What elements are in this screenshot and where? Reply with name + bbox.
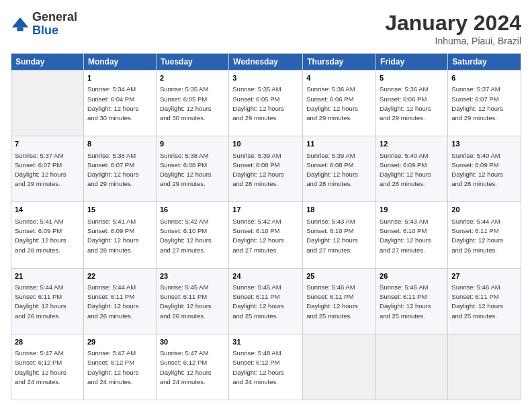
day-number: 16 <box>160 205 225 215</box>
col-header-thursday: Thursday <box>303 54 376 71</box>
calendar-cell: 24Sunrise: 5:45 AM Sunset: 6:11 PM Dayli… <box>229 268 303 334</box>
col-header-tuesday: Tuesday <box>156 54 228 71</box>
day-number: 29 <box>87 337 152 347</box>
day-info: Sunrise: 5:40 AM Sunset: 6:09 PM Dayligh… <box>451 151 517 189</box>
day-number: 25 <box>306 271 372 281</box>
calendar-cell: 19Sunrise: 5:43 AM Sunset: 6:10 PM Dayli… <box>376 202 448 268</box>
day-number: 30 <box>160 337 225 347</box>
day-info: Sunrise: 5:44 AM Sunset: 6:11 PM Dayligh… <box>15 283 80 321</box>
calendar-cell <box>303 334 376 400</box>
day-info: Sunrise: 5:36 AM Sunset: 6:06 PM Dayligh… <box>380 85 444 123</box>
day-number: 14 <box>15 205 80 215</box>
calendar-cell: 30Sunrise: 5:47 AM Sunset: 6:12 PM Dayli… <box>156 334 228 400</box>
calendar-cell: 4Sunrise: 5:36 AM Sunset: 6:06 PM Daylig… <box>303 71 376 136</box>
day-number: 15 <box>87 205 152 215</box>
calendar-cell: 18Sunrise: 5:43 AM Sunset: 6:10 PM Dayli… <box>303 202 376 268</box>
day-number: 21 <box>15 271 80 281</box>
day-info: Sunrise: 5:39 AM Sunset: 6:08 PM Dayligh… <box>306 151 372 189</box>
day-number: 12 <box>380 139 444 149</box>
day-number: 22 <box>87 271 152 281</box>
day-info: Sunrise: 5:42 AM Sunset: 6:10 PM Dayligh… <box>232 217 299 255</box>
col-header-friday: Friday <box>376 54 448 71</box>
day-info: Sunrise: 5:38 AM Sunset: 6:07 PM Dayligh… <box>87 151 152 189</box>
calendar-cell: 13Sunrise: 5:40 AM Sunset: 6:09 PM Dayli… <box>448 136 521 202</box>
col-header-sunday: Sunday <box>11 54 84 71</box>
title-area: January 2024 Inhuma, Piaui, Brazil <box>385 11 521 46</box>
day-number: 10 <box>232 139 299 149</box>
day-number: 20 <box>451 205 517 215</box>
calendar-cell: 29Sunrise: 5:47 AM Sunset: 6:12 PM Dayli… <box>83 334 156 400</box>
day-info: Sunrise: 5:37 AM Sunset: 6:07 PM Dayligh… <box>15 151 80 189</box>
logo-text: General Blue <box>32 11 77 38</box>
logo: General Blue <box>11 11 77 38</box>
day-info: Sunrise: 5:40 AM Sunset: 6:09 PM Dayligh… <box>380 151 444 189</box>
col-header-saturday: Saturday <box>448 54 521 71</box>
logo-general: General <box>32 11 77 24</box>
calendar-cell <box>376 334 448 400</box>
day-info: Sunrise: 5:36 AM Sunset: 6:06 PM Dayligh… <box>306 85 372 123</box>
day-number: 2 <box>160 73 225 83</box>
day-number: 1 <box>87 73 152 83</box>
calendar-cell: 20Sunrise: 5:44 AM Sunset: 6:11 PM Dayli… <box>448 202 521 268</box>
day-number: 19 <box>380 205 444 215</box>
calendar-cell: 5Sunrise: 5:36 AM Sunset: 6:06 PM Daylig… <box>376 71 448 136</box>
day-number: 7 <box>15 139 80 149</box>
day-info: Sunrise: 5:44 AM Sunset: 6:11 PM Dayligh… <box>87 283 152 321</box>
calendar-cell: 2Sunrise: 5:35 AM Sunset: 6:05 PM Daylig… <box>156 71 228 136</box>
subtitle: Inhuma, Piaui, Brazil <box>385 36 521 46</box>
day-info: Sunrise: 5:41 AM Sunset: 6:09 PM Dayligh… <box>87 217 152 255</box>
day-info: Sunrise: 5:48 AM Sunset: 6:12 PM Dayligh… <box>232 349 299 387</box>
day-info: Sunrise: 5:41 AM Sunset: 6:09 PM Dayligh… <box>15 217 80 255</box>
day-number: 26 <box>380 271 444 281</box>
calendar-cell: 3Sunrise: 5:35 AM Sunset: 6:05 PM Daylig… <box>229 71 303 136</box>
calendar: SundayMondayTuesdayWednesdayThursdayFrid… <box>11 53 521 400</box>
page: General Blue January 2024 Inhuma, Piaui,… <box>0 0 532 411</box>
day-number: 3 <box>232 73 299 83</box>
svg-rect-1 <box>17 27 23 31</box>
day-info: Sunrise: 5:35 AM Sunset: 6:05 PM Dayligh… <box>232 85 299 123</box>
logo-blue: Blue <box>32 24 77 38</box>
day-number: 27 <box>451 271 517 281</box>
day-number: 8 <box>87 139 152 149</box>
calendar-cell: 14Sunrise: 5:41 AM Sunset: 6:09 PM Dayli… <box>11 202 84 268</box>
calendar-cell: 12Sunrise: 5:40 AM Sunset: 6:09 PM Dayli… <box>376 136 448 202</box>
day-number: 9 <box>160 139 225 149</box>
col-header-wednesday: Wednesday <box>229 54 303 71</box>
day-number: 13 <box>451 139 517 149</box>
col-header-monday: Monday <box>83 54 156 71</box>
logo-icon <box>11 15 30 34</box>
calendar-cell: 25Sunrise: 5:46 AM Sunset: 6:11 PM Dayli… <box>303 268 376 334</box>
day-info: Sunrise: 5:44 AM Sunset: 6:11 PM Dayligh… <box>451 217 517 255</box>
calendar-cell: 16Sunrise: 5:42 AM Sunset: 6:10 PM Dayli… <box>156 202 228 268</box>
day-info: Sunrise: 5:43 AM Sunset: 6:10 PM Dayligh… <box>380 217 444 255</box>
day-number: 6 <box>451 73 517 83</box>
day-number: 4 <box>306 73 372 83</box>
svg-marker-0 <box>12 17 28 28</box>
day-info: Sunrise: 5:47 AM Sunset: 6:12 PM Dayligh… <box>160 349 225 387</box>
day-number: 18 <box>306 205 372 215</box>
week-row-0: 1Sunrise: 5:34 AM Sunset: 6:04 PM Daylig… <box>11 71 521 136</box>
calendar-header-row: SundayMondayTuesdayWednesdayThursdayFrid… <box>11 54 521 71</box>
day-number: 31 <box>232 337 299 347</box>
calendar-cell: 17Sunrise: 5:42 AM Sunset: 6:10 PM Dayli… <box>229 202 303 268</box>
calendar-cell: 11Sunrise: 5:39 AM Sunset: 6:08 PM Dayli… <box>303 136 376 202</box>
day-info: Sunrise: 5:46 AM Sunset: 6:11 PM Dayligh… <box>306 283 372 321</box>
day-number: 24 <box>232 271 299 281</box>
calendar-cell <box>448 334 521 400</box>
calendar-cell: 9Sunrise: 5:38 AM Sunset: 6:08 PM Daylig… <box>156 136 228 202</box>
day-info: Sunrise: 5:37 AM Sunset: 6:07 PM Dayligh… <box>451 85 517 123</box>
day-info: Sunrise: 5:47 AM Sunset: 6:12 PM Dayligh… <box>15 349 80 387</box>
day-number: 5 <box>380 73 444 83</box>
day-info: Sunrise: 5:35 AM Sunset: 6:05 PM Dayligh… <box>160 85 225 123</box>
calendar-cell: 7Sunrise: 5:37 AM Sunset: 6:07 PM Daylig… <box>11 136 84 202</box>
calendar-cell: 15Sunrise: 5:41 AM Sunset: 6:09 PM Dayli… <box>83 202 156 268</box>
calendar-cell: 22Sunrise: 5:44 AM Sunset: 6:11 PM Dayli… <box>83 268 156 334</box>
day-number: 28 <box>15 337 80 347</box>
day-info: Sunrise: 5:38 AM Sunset: 6:08 PM Dayligh… <box>160 151 225 189</box>
day-info: Sunrise: 5:34 AM Sunset: 6:04 PM Dayligh… <box>87 85 152 123</box>
calendar-cell: 10Sunrise: 5:39 AM Sunset: 6:08 PM Dayli… <box>229 136 303 202</box>
day-info: Sunrise: 5:46 AM Sunset: 6:11 PM Dayligh… <box>380 283 444 321</box>
day-info: Sunrise: 5:45 AM Sunset: 6:11 PM Dayligh… <box>160 283 225 321</box>
week-row-4: 28Sunrise: 5:47 AM Sunset: 6:12 PM Dayli… <box>11 334 521 400</box>
calendar-cell <box>11 71 84 136</box>
